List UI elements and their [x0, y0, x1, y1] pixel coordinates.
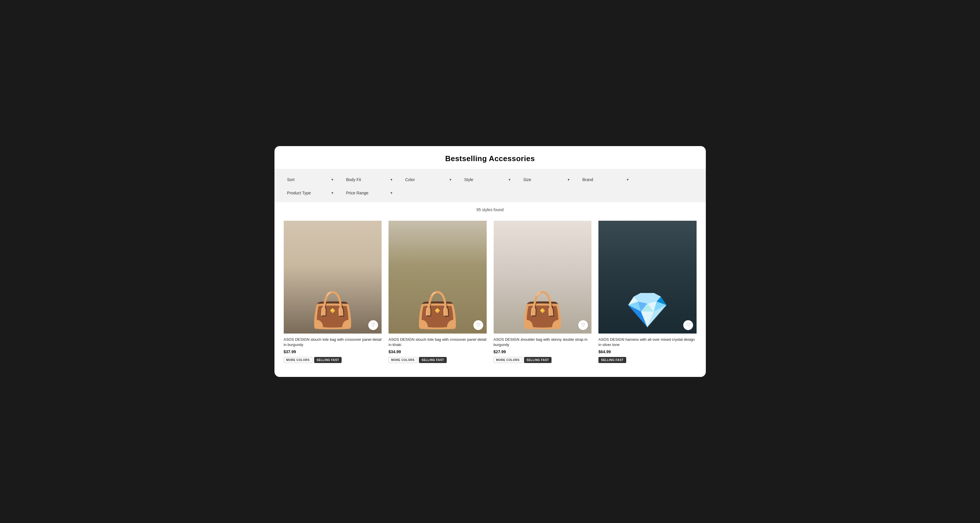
selling-fast-badge[interactable]: SELLING FAST [419, 357, 447, 363]
page-title: Bestselling Accessories [274, 146, 706, 169]
product-price: $27.99 [494, 349, 592, 354]
chevron-down-icon: ▼ [390, 191, 393, 195]
model-silhouette: 👜 [494, 221, 592, 334]
product-card: 👜 ♡ ASOS DESIGN slouch tote bag with cro… [385, 217, 490, 368]
filter-label-body-fit: Body Fit [346, 178, 361, 182]
product-price: $37.99 [284, 349, 382, 354]
filter-label-brand: Brand [582, 178, 593, 182]
product-name: ASOS DESIGN slouch tote bag with crossov… [388, 337, 487, 347]
filter-label-product-type: Product Type [287, 191, 311, 195]
wishlist-button[interactable]: ♡ [683, 320, 693, 330]
heart-icon: ♡ [476, 322, 480, 328]
product-badges: SELLING FAST [598, 357, 697, 363]
filter-label-size: Size [523, 178, 531, 182]
product-card: 👜 ♡ ASOS DESIGN shoulder bag with skinny… [490, 217, 595, 368]
product-image-p1: 👜 [284, 221, 382, 334]
more-colors-badge[interactable]: MORE COLORS [284, 357, 312, 363]
heart-icon: ♡ [371, 322, 375, 328]
filter-label-style: Style [465, 178, 473, 182]
chevron-down-icon: ▼ [390, 178, 393, 181]
product-image-p3: 👜 [494, 221, 592, 334]
wishlist-button[interactable]: ♡ [473, 320, 483, 330]
heart-icon: ♡ [686, 322, 690, 328]
chevron-down-icon: ▼ [331, 191, 334, 195]
product-name: ASOS DESIGN shoulder bag with skinny dou… [494, 337, 592, 347]
filter-label-color: Color [405, 178, 415, 182]
product-image-wrap: 👜 ♡ [284, 221, 382, 334]
filter-body-fit[interactable]: Body Fit▼ [342, 174, 397, 185]
product-image-p2: 👜 [388, 221, 487, 334]
filter-label-sort: Sort [287, 178, 295, 182]
results-count: 95 styles found [274, 202, 706, 214]
product-badges: MORE COLORSSELLING FAST [388, 357, 487, 363]
filter-brand[interactable]: Brand▼ [578, 174, 633, 185]
filter-price-range[interactable]: Price Range▼ [342, 188, 397, 198]
product-name: ASOS DESIGN slouch tote bag with crossov… [284, 337, 382, 347]
filter-color[interactable]: Color▼ [401, 174, 456, 185]
filter-sort[interactable]: Sort▼ [283, 174, 338, 185]
filter-label-price-range: Price Range [346, 191, 369, 195]
wishlist-button[interactable]: ♡ [578, 320, 588, 330]
chevron-down-icon: ▼ [449, 178, 452, 181]
model-silhouette: 👜 [284, 221, 382, 334]
product-badges: MORE COLORSSELLING FAST [284, 357, 382, 363]
product-image-p4: 💎 [598, 221, 697, 334]
filter-style[interactable]: Style▼ [460, 174, 515, 185]
selling-fast-badge[interactable]: SELLING FAST [314, 357, 342, 363]
filter-size[interactable]: Size▼ [519, 174, 574, 185]
more-colors-badge[interactable]: MORE COLORS [388, 357, 417, 363]
filter-product-type[interactable]: Product Type▼ [283, 188, 338, 198]
model-silhouette: 💎 [598, 221, 697, 334]
product-grid: 👜 ♡ ASOS DESIGN slouch tote bag with cro… [274, 214, 706, 377]
product-image-wrap: 👜 ♡ [494, 221, 592, 334]
product-card: 💎 ♡ ASOS DESIGN harness with all over mi… [595, 217, 700, 368]
chevron-down-icon: ▼ [331, 178, 334, 181]
product-name: ASOS DESIGN harness with all over mixed … [598, 337, 697, 347]
heart-icon: ♡ [581, 322, 585, 328]
product-price: $34.99 [388, 349, 487, 354]
product-image-wrap: 👜 ♡ [388, 221, 487, 334]
wishlist-button[interactable]: ♡ [368, 320, 378, 330]
selling-fast-badge[interactable]: SELLING FAST [598, 357, 626, 363]
chevron-down-icon: ▼ [626, 178, 629, 181]
product-price: $64.99 [598, 349, 697, 354]
product-image-wrap: 💎 ♡ [598, 221, 697, 334]
filter-row-2: Product Type▼Price Range▼ [283, 188, 697, 198]
product-card: 👜 ♡ ASOS DESIGN slouch tote bag with cro… [280, 217, 385, 368]
chevron-down-icon: ▼ [508, 178, 511, 181]
chevron-down-icon: ▼ [567, 178, 570, 181]
filter-bar: Sort▼Body Fit▼Color▼Style▼Size▼Brand▼ Pr… [274, 169, 706, 202]
filter-row-1: Sort▼Body Fit▼Color▼Style▼Size▼Brand▼ [283, 174, 697, 185]
more-colors-badge[interactable]: MORE COLORS [494, 357, 522, 363]
product-badges: MORE COLORSSELLING FAST [494, 357, 592, 363]
selling-fast-badge[interactable]: SELLING FAST [524, 357, 552, 363]
page-container: Bestselling Accessories Sort▼Body Fit▼Co… [274, 146, 706, 377]
model-silhouette: 👜 [388, 221, 487, 334]
